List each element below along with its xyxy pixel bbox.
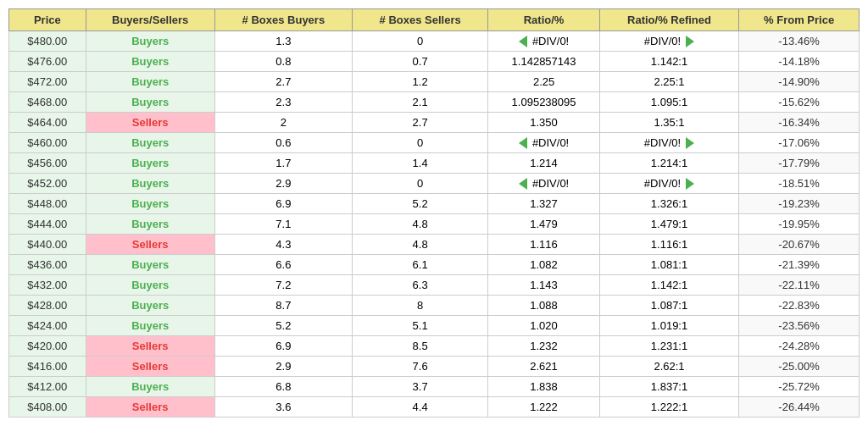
price-cell: $408.00: [9, 397, 86, 418]
boxes-buyers-cell: 6.9: [214, 336, 352, 357]
boxes-sellers-cell: 5.2: [353, 194, 488, 214]
boxes-buyers-cell: 4.3: [214, 235, 352, 255]
boxes-sellers-cell: 8.5: [353, 336, 488, 357]
table-row: $452.00Buyers2.90#DIV/0!#DIV/0!-18.51%: [9, 174, 860, 194]
table-row: $412.00Buyers6.83.71.8381.837:1-25.72%: [9, 377, 860, 397]
ratio-refined-cell: 1.214:1: [599, 153, 738, 174]
boxes-buyers-cell: 3.6: [214, 397, 352, 418]
flag-left-icon: [519, 137, 527, 149]
ratio-refined-cell: 1.095:1: [599, 92, 738, 113]
ratio-cell: 1.838: [488, 377, 600, 397]
price-cell: $440.00: [9, 235, 86, 255]
boxes-sellers-cell: 1.2: [353, 72, 488, 92]
header-price: Price: [9, 9, 86, 31]
boxes-buyers-cell: 7.2: [214, 275, 352, 296]
price-cell: $432.00: [9, 275, 86, 296]
price-cell: $416.00: [9, 357, 86, 377]
type-cell: Sellers: [86, 397, 214, 418]
ratio-refined-cell: 1.222:1: [599, 397, 738, 418]
table-row: $448.00Buyers6.95.21.3271.326:1-19.23%: [9, 194, 860, 214]
type-cell: Buyers: [86, 52, 214, 72]
table-row: $424.00Buyers5.25.11.0201.019:1-23.56%: [9, 316, 860, 336]
from-price-cell: -22.83%: [739, 296, 860, 316]
boxes-buyers-cell: 6.6: [214, 255, 352, 275]
flag-left-icon: [519, 178, 527, 190]
from-price-cell: -24.28%: [739, 336, 860, 357]
ratio-value: #DIV/0!: [532, 177, 569, 190]
type-cell: Sellers: [86, 357, 214, 377]
table-row: $460.00Buyers0.60#DIV/0!#DIV/0!-17.06%: [9, 133, 860, 153]
table-row: $476.00Buyers0.80.71.1428571431.142:1-14…: [9, 52, 860, 72]
header-boxes-buyers: # Boxes Buyers: [214, 9, 352, 31]
ratio-cell: 1.142857143: [488, 52, 600, 72]
boxes-sellers-cell: 6.1: [353, 255, 488, 275]
from-price-cell: -15.62%: [739, 92, 860, 113]
price-cell: $424.00: [9, 316, 86, 336]
ratio-cell: 1.214: [488, 153, 600, 174]
ratio-cell: 1.143: [488, 275, 600, 296]
ratio-refined-value: #DIV/0!: [644, 177, 681, 190]
ratio-refined-cell: 1.081:1: [599, 255, 738, 275]
table-row: $432.00Buyers7.26.31.1431.142:1-22.11%: [9, 275, 860, 296]
header-ratio: Ratio/%: [488, 9, 600, 31]
type-cell: Buyers: [86, 72, 214, 92]
price-cell: $448.00: [9, 194, 86, 214]
from-price-cell: -17.06%: [739, 133, 860, 153]
type-cell: Buyers: [86, 255, 214, 275]
price-cell: $456.00: [9, 153, 86, 174]
type-cell: Buyers: [86, 92, 214, 113]
from-price-cell: -16.34%: [739, 113, 860, 133]
ratio-refined-cell: #DIV/0!: [599, 133, 738, 153]
type-cell: Buyers: [86, 214, 214, 235]
table-row: $420.00Sellers6.98.51.2321.231:1-24.28%: [9, 336, 860, 357]
table-row: $428.00Buyers8.781.0881.087:1-22.83%: [9, 296, 860, 316]
boxes-buyers-cell: 2.9: [214, 174, 352, 194]
ratio-cell: 1.020: [488, 316, 600, 336]
from-price-cell: -17.79%: [739, 153, 860, 174]
table-row: $444.00Buyers7.14.81.4791.479:1-19.95%: [9, 214, 860, 235]
flag-right-icon: [686, 137, 694, 149]
table-row: $408.00Sellers3.64.41.2221.222:1-26.44%: [9, 397, 860, 418]
ratio-refined-cell: #DIV/0!: [599, 174, 738, 194]
from-price-cell: -13.46%: [739, 31, 860, 52]
ratio-refined-cell: 1.837:1: [599, 377, 738, 397]
boxes-buyers-cell: 1.3: [214, 31, 352, 52]
type-cell: Sellers: [86, 113, 214, 133]
type-cell: Buyers: [86, 174, 214, 194]
ratio-cell: 1.082: [488, 255, 600, 275]
boxes-buyers-cell: 2.9: [214, 357, 352, 377]
ratio-cell: #DIV/0!: [488, 174, 600, 194]
boxes-buyers-cell: 2: [214, 113, 352, 133]
flag-left-icon: [519, 36, 527, 47]
header-boxes-sellers: # Boxes Sellers: [353, 9, 488, 31]
boxes-sellers-cell: 0: [353, 31, 488, 52]
from-price-cell: -25.00%: [739, 357, 860, 377]
ratio-refined-cell: 2.62:1: [599, 357, 738, 377]
boxes-buyers-cell: 2.7: [214, 72, 352, 92]
boxes-sellers-cell: 0: [353, 174, 488, 194]
from-price-cell: -26.44%: [739, 397, 860, 418]
boxes-sellers-cell: 6.3: [353, 275, 488, 296]
ratio-value: #DIV/0!: [532, 35, 569, 47]
ratio-refined-cell: 1.142:1: [599, 275, 738, 296]
ratio-refined-value: #DIV/0!: [644, 35, 681, 47]
price-cell: $444.00: [9, 214, 86, 235]
type-cell: Buyers: [86, 133, 214, 153]
boxes-buyers-cell: 6.9: [214, 194, 352, 214]
type-cell: Buyers: [86, 316, 214, 336]
type-cell: Buyers: [86, 275, 214, 296]
type-cell: Buyers: [86, 194, 214, 214]
header-buyers-sellers: Buyers/Sellers: [86, 9, 214, 31]
type-cell: Buyers: [86, 31, 214, 52]
from-price-cell: -14.90%: [739, 72, 860, 92]
ratio-cell: 1.222: [488, 397, 600, 418]
boxes-sellers-cell: 8: [353, 296, 488, 316]
flag-right-icon: [686, 178, 694, 190]
price-cell: $420.00: [9, 336, 86, 357]
boxes-buyers-cell: 7.1: [214, 214, 352, 235]
ratio-cell: #DIV/0!: [488, 133, 600, 153]
price-cell: $464.00: [9, 113, 86, 133]
ratio-cell: 1.479: [488, 214, 600, 235]
boxes-sellers-cell: 1.4: [353, 153, 488, 174]
ratio-cell: 1.327: [488, 194, 600, 214]
